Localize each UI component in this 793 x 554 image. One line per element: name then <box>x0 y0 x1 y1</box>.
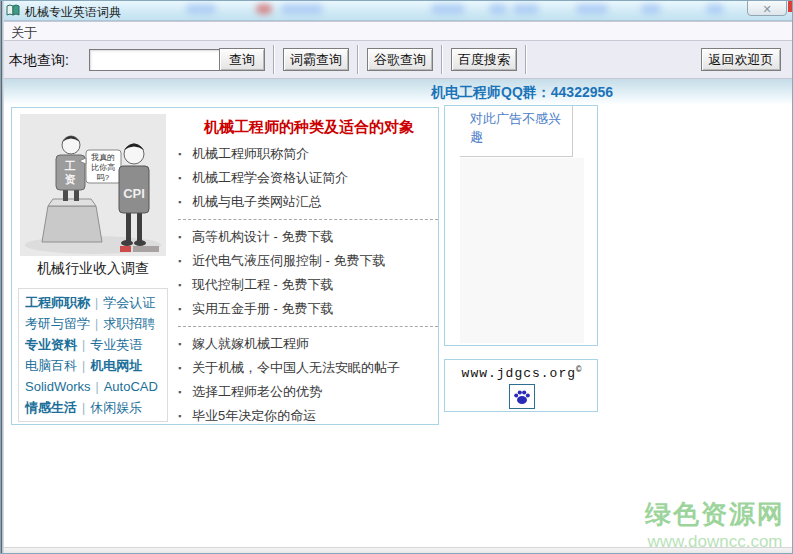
nav-link-job-recruit[interactable]: 求职招聘 <box>103 316 155 331</box>
paw-link-button[interactable] <box>509 384 535 409</box>
toolbar-separator <box>441 45 443 74</box>
nav-links-box: 工程师职称|学会认证 考研与留学|求职招聘 专业资料|专业英语 电脑百科|机电网… <box>18 288 168 422</box>
blurred-artifact <box>513 4 539 14</box>
nav-link-solidworks[interactable]: SolidWorks <box>25 379 91 394</box>
blurred-artifact <box>706 4 724 14</box>
nav-separator: | <box>95 317 98 331</box>
comic-watermark-mark <box>120 246 131 252</box>
article-link[interactable]: ▪嫁人就嫁机械工程师 <box>178 332 440 356</box>
ad-panel: 对此广告不感兴趣 <box>444 105 598 346</box>
nav-separator: | <box>82 338 85 352</box>
blurred-artifact <box>186 4 216 14</box>
window-title: 机械专业英语词典 <box>25 4 121 21</box>
comic-speech-line3: 吗? <box>97 173 110 182</box>
comic-watermark-mark <box>133 246 159 252</box>
bullet-icon: ▪ <box>178 142 192 166</box>
download-link[interactable]: ▪实用五金手册 - 免费下载 <box>178 297 440 321</box>
nav-link-pro-materials[interactable]: 专业资料 <box>25 337 77 352</box>
app-icon <box>6 3 20 21</box>
return-welcome-button[interactable]: 返回欢迎页 <box>701 48 781 71</box>
ad-label-box: 对此广告不感兴趣 <box>460 106 573 157</box>
title-bar: 机械专业英语词典 ✕ <box>1 1 793 21</box>
article-link[interactable]: ▪毕业5年决定你的命运 <box>178 404 440 428</box>
comic-left-label-2: 资 <box>65 173 77 185</box>
nav-link-postgrad-abroad[interactable]: 考研与留学 <box>25 316 90 331</box>
bullet-icon: ▪ <box>178 356 192 380</box>
comic-left-label-1: 工 <box>65 160 76 172</box>
toolbar: 本地查询: 查询 词霸查询 谷歌查询 百度搜索 返回欢迎页 <box>1 41 793 79</box>
query-button[interactable]: 查询 <box>219 48 265 71</box>
nav-link-engineer-title[interactable]: 工程师职称 <box>25 295 90 310</box>
download-link[interactable]: ▪近代电气液压伺服控制 - 免费下载 <box>178 249 440 273</box>
dashed-divider <box>178 326 438 327</box>
app-window: 机械专业英语词典 ✕ 关于 本地查询: 查询 词霸查询 谷歌查询 百度搜索 返回… <box>0 0 793 554</box>
copyright-mark: © <box>576 365 582 375</box>
blurred-artifact <box>281 4 323 14</box>
article-link[interactable]: ▪机械工程学会资格认证简介 <box>178 166 440 190</box>
toolbar-separator <box>273 45 275 74</box>
comic-speech-line1: 我真的 <box>91 153 115 162</box>
blurred-artifact <box>431 4 465 14</box>
article-link[interactable]: ▪关于机械，令中国人无法安眠的帖子 <box>178 356 440 380</box>
bullet-icon: ▪ <box>178 249 192 273</box>
blurred-artifact <box>576 4 608 14</box>
window-left-edge <box>1 1 4 554</box>
nav-row: 情感生活|休闲娱乐 <box>25 397 167 418</box>
paw-icon <box>513 388 531 405</box>
ad-placeholder <box>460 158 584 343</box>
article-link[interactable]: ▪机械与电子类网站汇总 <box>178 190 440 214</box>
site-url-link[interactable]: www.jdgcs.org© <box>445 365 599 381</box>
nav-link-leisure[interactable]: 休闲娱乐 <box>90 400 142 415</box>
toolbar-separator <box>525 45 527 74</box>
article-title: 机械工程师的种类及适合的对象 <box>178 118 440 142</box>
nav-row: 考研与留学|求职招聘 <box>25 313 167 334</box>
download-link[interactable]: ▪高等机构设计 - 免费下载 <box>178 225 440 249</box>
nav-row: 专业资料|专业英语 <box>25 334 167 355</box>
nav-row: 工程师职称|学会认证 <box>25 292 167 313</box>
site-watermark: 绿色资源网 www.downcc.com <box>641 497 789 552</box>
dashed-divider <box>178 219 438 220</box>
ad-dismiss-link[interactable]: 对此广告不感兴趣 <box>460 106 572 146</box>
qq-group-text: 机电工程师QQ群：44322956 <box>431 84 613 102</box>
blurred-artifact <box>489 4 507 14</box>
blurred-artifact <box>641 4 661 14</box>
nav-separator: | <box>96 380 99 394</box>
nav-link-emotional-life[interactable]: 情感生活 <box>25 400 77 415</box>
baidu-search-button[interactable]: 百度搜索 <box>451 48 517 71</box>
comic-right-label: CPI <box>123 186 145 201</box>
nav-link-computer-wiki[interactable]: 电脑百科 <box>25 358 77 373</box>
download-link[interactable]: ▪现代控制工程 - 免费下载 <box>178 273 440 297</box>
bullet-icon: ▪ <box>178 380 192 404</box>
bullet-icon: ▪ <box>178 297 192 321</box>
blurred-artifact <box>256 4 272 14</box>
google-query-button[interactable]: 谷歌查询 <box>367 48 433 71</box>
nav-row: SolidWorks|AutoCAD <box>25 376 167 397</box>
nav-separator: | <box>82 401 85 415</box>
bullet-icon: ▪ <box>178 404 192 428</box>
window-bottom-edge <box>1 547 793 554</box>
nav-separator: | <box>95 296 98 310</box>
comic-speech-line2: 比你高 <box>91 163 115 172</box>
menu-about[interactable]: 关于 <box>11 24 37 42</box>
article-column: 机械工程师的种类及适合的对象 ▪机械工程师职称简介 ▪机械工程学会资格认证简介 … <box>178 118 440 428</box>
menu-bar: 关于 <box>1 21 793 41</box>
bullet-icon: ▪ <box>178 332 192 356</box>
toolbar-separator <box>357 45 359 74</box>
banner-band: 机电工程师QQ群：44322956 <box>1 79 793 105</box>
nav-link-autocad[interactable]: AutoCAD <box>104 379 158 394</box>
nav-row: 电脑百科|机电网址 <box>25 355 167 376</box>
site-panel: www.jdgcs.org© <box>444 359 598 412</box>
nav-separator: | <box>82 359 85 373</box>
watermark-name: 绿色资源网 <box>641 497 789 532</box>
ciba-query-button[interactable]: 词霸查询 <box>283 48 349 71</box>
nav-link-pro-english[interactable]: 专业英语 <box>90 337 142 352</box>
article-link[interactable]: ▪机械工程师职称简介 <box>178 142 440 166</box>
article-link[interactable]: ▪选择工程师老公的优势 <box>178 380 440 404</box>
bullet-icon: ▪ <box>178 190 192 214</box>
nav-link-mech-sites[interactable]: 机电网址 <box>90 358 142 373</box>
main-panel: 工 资 我真的 比你高 吗? CPI <box>11 107 439 425</box>
nav-link-society-cert[interactable]: 学会认证 <box>103 295 155 310</box>
close-button[interactable]: ✕ <box>747 0 787 16</box>
bullet-icon: ▪ <box>178 225 192 249</box>
local-query-label: 本地查询: <box>9 52 69 70</box>
